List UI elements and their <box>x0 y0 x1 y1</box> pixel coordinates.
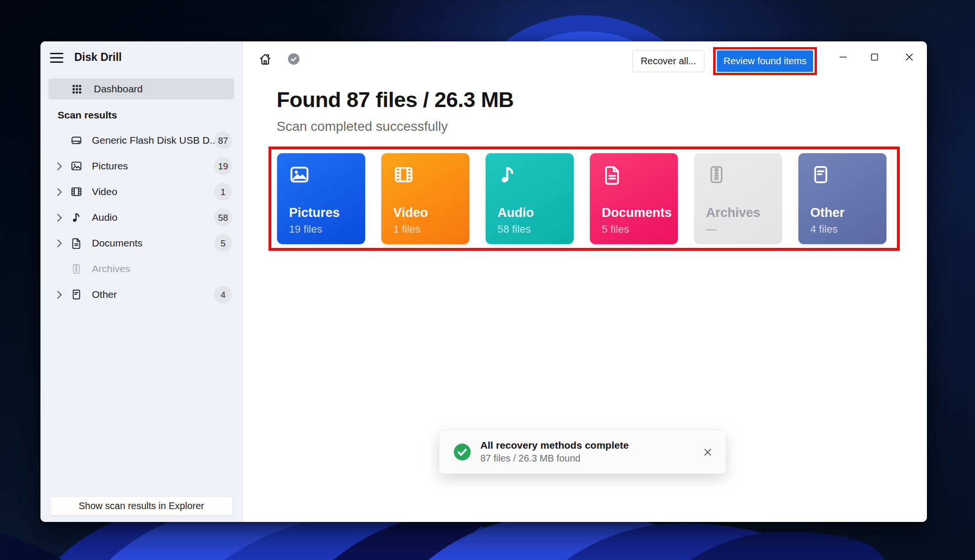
drive-icon <box>70 134 83 147</box>
close-button[interactable] <box>899 48 920 67</box>
count-badge: 19 <box>214 157 232 175</box>
toast-close-icon[interactable] <box>698 442 717 462</box>
sidebar-item-label: Archives <box>92 263 130 275</box>
disk-drill-window: Disk Drill Dashboard Scan results <box>40 41 927 522</box>
category-card-pictures[interactable]: Pictures 19 files <box>277 153 365 244</box>
toast-subtitle: 87 files / 26.3 MB found <box>480 453 580 464</box>
minimize-button[interactable] <box>833 48 854 67</box>
card-label: Documents <box>602 206 672 220</box>
sidebar-item-label: Video <box>92 186 117 197</box>
audio-icon <box>70 211 83 224</box>
count-badge: 58 <box>214 209 232 226</box>
card-count: 58 files <box>497 223 531 236</box>
count-badge: 5 <box>214 235 232 252</box>
grid-icon <box>70 83 83 96</box>
chevron-right-icon[interactable] <box>57 187 62 196</box>
pictures-icon <box>70 160 83 173</box>
sidebar-item-audio[interactable]: Audio 58 <box>40 205 242 230</box>
sidebar-item-label: Dashboard <box>94 83 143 95</box>
page-title: Found 87 files / 26.3 MB <box>277 88 514 112</box>
sidebar-item-label: Documents <box>92 237 142 249</box>
card-count: — <box>706 223 716 236</box>
sidebar-item-label: Other <box>92 289 117 300</box>
documents-icon <box>70 237 83 250</box>
recover-all-button[interactable]: Recover all... <box>632 50 705 72</box>
sidebar-item-label: Generic Flash Disk USB D... <box>92 135 218 146</box>
scan-results-header: Scan results <box>58 109 117 121</box>
page-subtitle: Scan completed successfully <box>277 119 448 134</box>
sidebar-item-dashboard[interactable]: Dashboard <box>49 79 234 99</box>
documents-icon <box>601 164 623 186</box>
maximize-button[interactable] <box>864 48 885 67</box>
review-found-items-button[interactable]: Review found items <box>717 50 813 72</box>
card-label: Pictures <box>289 206 340 220</box>
main-content: Recover all... Review found items Found … <box>243 41 927 522</box>
chevron-right-icon[interactable] <box>57 239 62 247</box>
scan-results-list: Generic Flash Disk USB D... 87 Pi <box>40 128 242 307</box>
annotation-box-review: Review found items <box>713 47 817 75</box>
chevron-right-icon[interactable] <box>57 213 62 222</box>
card-count: 19 files <box>289 223 322 236</box>
other-icon <box>810 164 832 186</box>
sidebar-item-device[interactable]: Generic Flash Disk USB D... 87 <box>40 128 242 153</box>
sidebar-item-archives[interactable]: Archives <box>40 256 242 282</box>
sidebar: Disk Drill Dashboard Scan results <box>40 41 243 522</box>
toast-title: All recovery methods complete <box>480 440 629 451</box>
count-badge: 87 <box>214 132 232 149</box>
count-badge: 4 <box>214 286 232 304</box>
pictures-icon <box>289 164 310 186</box>
sidebar-item-pictures[interactable]: Pictures 19 <box>40 153 242 179</box>
other-icon <box>70 288 83 301</box>
menu-button[interactable] <box>50 53 63 63</box>
category-card-audio[interactable]: Audio 58 files <box>486 153 574 244</box>
category-card-archives: Archives — <box>694 153 782 244</box>
card-label: Audio <box>497 206 534 220</box>
archives-icon <box>70 263 83 275</box>
count-badge: 1 <box>214 183 232 201</box>
sidebar-item-other[interactable]: Other 4 <box>40 282 242 307</box>
show-in-explorer-button[interactable]: Show scan results in Explorer <box>50 496 233 516</box>
category-card-other[interactable]: Other 4 files <box>798 153 886 244</box>
card-count: 1 files <box>393 223 420 236</box>
archives-icon <box>706 164 727 186</box>
video-icon <box>70 186 83 198</box>
annotation-box-cards: Pictures 19 files Video 1 files <box>269 147 900 251</box>
desktop: Disk Drill Dashboard Scan results <box>0 0 975 560</box>
video-icon <box>393 164 415 186</box>
card-count: 5 files <box>602 223 629 236</box>
app-title: Disk Drill <box>74 51 122 64</box>
scan-complete-icon[interactable] <box>287 52 301 66</box>
chevron-right-icon[interactable] <box>57 162 62 170</box>
toast-notification: All recovery methods complete 87 files /… <box>439 430 726 474</box>
audio-icon <box>497 164 519 186</box>
category-card-video[interactable]: Video 1 files <box>381 153 469 244</box>
card-label: Archives <box>706 206 760 220</box>
sidebar-item-documents[interactable]: Documents 5 <box>40 230 242 256</box>
home-icon[interactable] <box>258 52 272 66</box>
sidebar-item-label: Audio <box>92 212 118 223</box>
chevron-right-icon[interactable] <box>57 290 62 299</box>
card-label: Other <box>810 206 845 220</box>
success-check-icon <box>453 442 472 462</box>
card-label: Video <box>393 206 428 220</box>
sidebar-item-label: Pictures <box>92 160 128 172</box>
sidebar-item-video[interactable]: Video 1 <box>40 179 242 205</box>
card-count: 4 files <box>810 223 837 236</box>
category-card-documents[interactable]: Documents 5 files <box>590 153 678 244</box>
